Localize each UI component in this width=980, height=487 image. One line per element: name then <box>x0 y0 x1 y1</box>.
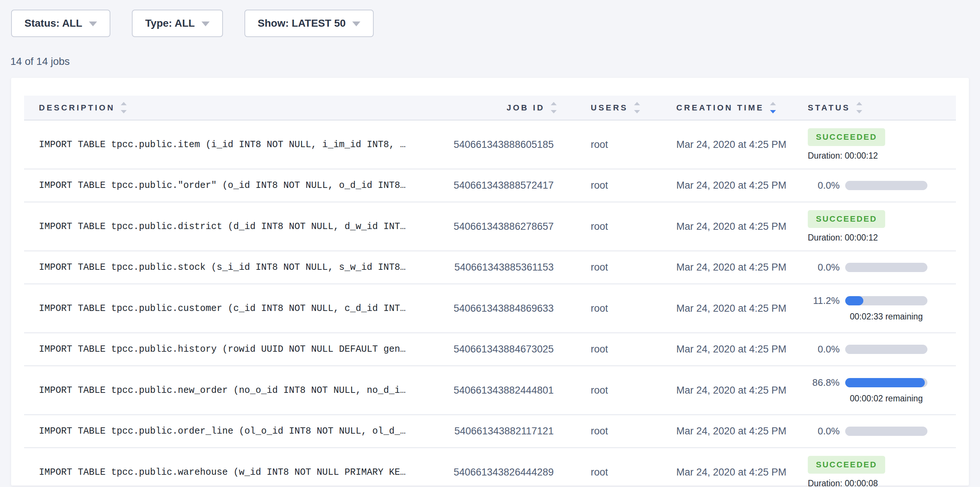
sort-desc-icon <box>551 110 557 113</box>
jobs-page: Status: ALL Type: ALL Show: LATEST 50 14… <box>0 0 980 485</box>
progress-line: 86.8% <box>808 377 956 388</box>
job-creation-time: Mar 24, 2020 at 4:25 PM <box>676 303 786 314</box>
job-description-cell: IMPORT TABLE tpcc.public.item (i_id INT8… <box>24 120 415 169</box>
job-user: root <box>591 425 608 437</box>
job-status-cell: 0.0% <box>797 251 956 284</box>
job-user: root <box>591 139 608 150</box>
table-row[interactable]: IMPORT TABLE tpcc.public.customer (c_id … <box>24 284 956 333</box>
job-id: 540661343884673025 <box>454 343 554 355</box>
job-description: IMPORT TABLE tpcc.public.warehouse (w_id… <box>39 467 406 478</box>
column-header-button-job_id[interactable]: JOB ID <box>415 102 574 113</box>
sort-desc-icon <box>856 110 862 113</box>
job-id-cell: 540661343826444289 <box>415 448 574 487</box>
job-description-cell: IMPORT TABLE tpcc.public.history (rowid … <box>24 333 415 366</box>
job-description-cell: IMPORT TABLE tpcc.public.new_order (no_o… <box>24 366 415 415</box>
job-creation-time-cell: Mar 24, 2020 at 4:25 PM <box>660 415 797 448</box>
sort-arrows-icon <box>856 102 862 113</box>
status-badge-succeeded: SUCCEEDED <box>808 456 885 474</box>
column-label: DESCRIPTION <box>39 103 115 113</box>
job-id: 540661343882117121 <box>455 425 554 437</box>
sort-asc-icon <box>551 102 557 105</box>
jobs-count: 14 of 14 jobs <box>10 56 980 67</box>
progress-line: 0.0% <box>808 343 956 355</box>
job-status-cell: 86.8%00:00:02 remaining <box>797 366 956 415</box>
job-creation-time: Mar 24, 2020 at 4:25 PM <box>676 139 786 150</box>
column-header-users: USERS <box>574 96 660 120</box>
progress-bar-track <box>845 181 928 190</box>
table-header-row: DESCRIPTIONJOB IDUSERSCREATION TIMESTATU… <box>24 96 956 120</box>
column-header-button-description[interactable]: DESCRIPTION <box>24 102 415 113</box>
job-status-cell: 0.0% <box>797 169 956 202</box>
job-description: IMPORT TABLE tpcc.public."order" (o_id I… <box>39 180 406 191</box>
job-creation-time: Mar 24, 2020 at 4:25 PM <box>676 180 786 191</box>
column-label: USERS <box>591 103 628 113</box>
column-header-button-creation[interactable]: CREATION TIME <box>660 102 797 113</box>
column-header-job_id: JOB ID <box>415 96 574 120</box>
table-row[interactable]: IMPORT TABLE tpcc.public.item (i_id INT8… <box>24 120 956 169</box>
job-id: 540661343888605185 <box>454 139 554 150</box>
column-header-status: STATUS <box>797 96 956 120</box>
job-duration: Duration: 00:00:08 <box>808 479 956 487</box>
sort-arrows-icon <box>121 102 127 113</box>
filters-bar: Status: ALL Type: ALL Show: LATEST 50 <box>0 0 980 37</box>
column-label: JOB ID <box>507 103 545 113</box>
progress-percent: 11.2% <box>808 295 840 307</box>
job-description-cell: IMPORT TABLE tpcc.public."order" (o_id I… <box>24 169 415 202</box>
sort-arrows-icon <box>634 102 640 113</box>
sort-asc-icon <box>634 102 640 105</box>
jobs-table-card: DESCRIPTIONJOB IDUSERSCREATION TIMESTATU… <box>11 78 969 485</box>
job-user-cell: root <box>574 202 660 251</box>
table-row[interactable]: IMPORT TABLE tpcc.public.history (rowid … <box>24 333 956 366</box>
status-filter-dropdown[interactable]: Status: ALL <box>11 10 110 37</box>
type-filter-dropdown[interactable]: Type: ALL <box>132 10 223 37</box>
job-description: IMPORT TABLE tpcc.public.order_line (ol_… <box>39 426 406 437</box>
job-id-cell: 540661343885361153 <box>415 251 574 284</box>
job-user: root <box>591 303 608 314</box>
job-description: IMPORT TABLE tpcc.public.history (rowid … <box>39 344 406 355</box>
job-creation-time: Mar 24, 2020 at 4:25 PM <box>676 262 786 273</box>
job-user-cell: root <box>574 448 660 487</box>
sort-asc-icon <box>856 102 862 105</box>
job-creation-time: Mar 24, 2020 at 4:25 PM <box>676 343 786 355</box>
job-creation-time: Mar 24, 2020 at 4:25 PM <box>676 221 786 232</box>
column-header-button-users[interactable]: USERS <box>574 102 660 113</box>
job-id-cell: 540661343882444801 <box>415 366 574 415</box>
job-status-cell: 0.0% <box>797 333 956 366</box>
column-header-button-status[interactable]: STATUS <box>797 102 956 113</box>
job-user-cell: root <box>574 333 660 366</box>
job-creation-time-cell: Mar 24, 2020 at 4:25 PM <box>660 251 797 284</box>
job-creation-time: Mar 24, 2020 at 4:25 PM <box>676 385 786 396</box>
job-creation-time-cell: Mar 24, 2020 at 4:25 PM <box>660 120 797 169</box>
job-status-cell: SUCCEEDEDDuration: 00:00:12 <box>797 120 956 169</box>
table-row[interactable]: IMPORT TABLE tpcc.public.warehouse (w_id… <box>24 448 956 487</box>
job-creation-time: Mar 24, 2020 at 4:25 PM <box>676 466 786 478</box>
chevron-down-icon <box>202 21 210 26</box>
show-filter-dropdown[interactable]: Show: LATEST 50 <box>245 10 374 37</box>
column-label: STATUS <box>808 103 850 113</box>
sort-arrows-icon <box>551 102 557 113</box>
job-id-cell: 540661343884869633 <box>415 284 574 333</box>
job-user: root <box>591 221 608 232</box>
table-row[interactable]: IMPORT TABLE tpcc.public.stock (s_i_id I… <box>24 251 956 284</box>
status-badge-succeeded: SUCCEEDED <box>808 128 885 146</box>
progress-line: 0.0% <box>808 180 956 191</box>
job-id: 540661343884869633 <box>454 303 554 314</box>
column-label: CREATION TIME <box>676 103 764 113</box>
job-user-cell: root <box>574 169 660 202</box>
job-creation-time-cell: Mar 24, 2020 at 4:25 PM <box>660 202 797 251</box>
table-row[interactable]: IMPORT TABLE tpcc.public."order" (o_id I… <box>24 169 956 202</box>
progress-bar-track <box>845 378 928 387</box>
job-creation-time-cell: Mar 24, 2020 at 4:25 PM <box>660 169 797 202</box>
progress-time-remaining: 00:00:02 remaining <box>845 394 928 404</box>
job-id: 540661343886278657 <box>454 221 554 232</box>
job-id-cell: 540661343888605185 <box>415 120 574 169</box>
jobs-table: DESCRIPTIONJOB IDUSERSCREATION TIMESTATU… <box>24 96 956 487</box>
table-row[interactable]: IMPORT TABLE tpcc.public.order_line (ol_… <box>24 415 956 448</box>
job-duration: Duration: 00:00:12 <box>808 233 956 243</box>
progress-line: 11.2% <box>808 295 956 307</box>
progress-percent: 0.0% <box>808 180 840 191</box>
table-row[interactable]: IMPORT TABLE tpcc.public.new_order (no_o… <box>24 366 956 415</box>
job-creation-time: Mar 24, 2020 at 4:25 PM <box>676 425 786 437</box>
job-user-cell: root <box>574 415 660 448</box>
table-row[interactable]: IMPORT TABLE tpcc.public.district (d_id … <box>24 202 956 251</box>
